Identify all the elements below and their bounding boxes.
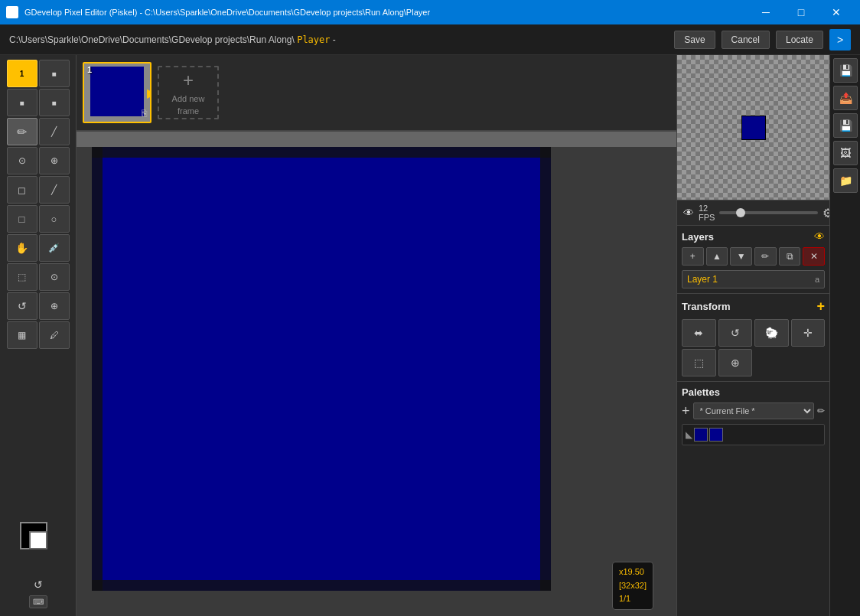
selection-tools-row: ⬚ ⊙ — [7, 263, 70, 291]
add-palette-button[interactable]: + — [682, 403, 690, 419]
minimize-button[interactable]: ─ — [748, 0, 783, 24]
fps-slider[interactable] — [719, 211, 818, 214]
add-frame-button[interactable]: + Add new frame — [158, 66, 219, 119]
save-sprite-button[interactable]: 💾 — [833, 58, 858, 83]
frame-1-thumbnail[interactable]: 1 ⎘ ▶ — [83, 62, 151, 123]
rotate-ccw-button[interactable]: ↺ — [718, 319, 753, 347]
layer-1-item[interactable]: Layer 1 a — [682, 270, 825, 288]
save-button[interactable]: Save — [674, 31, 715, 49]
move-layer-down-button[interactable]: ▼ — [730, 247, 752, 266]
folder-button[interactable]: 📁 — [833, 168, 858, 193]
palettes-title: Palettes — [682, 386, 720, 398]
transform-title: Transform — [682, 301, 731, 312]
line-tool[interactable]: ╱ — [39, 176, 70, 204]
palette-select[interactable]: * Current File * — [693, 403, 814, 419]
select-tools-row: ⊙ ⊕ — [7, 147, 70, 174]
zoom-row: 1 ■ — [7, 60, 70, 87]
fps-label: 12 FPS — [699, 204, 715, 222]
warp-button[interactable]: ⊕ — [718, 349, 753, 376]
more-button[interactable]: > — [829, 29, 851, 51]
crop-button[interactable]: ⬚ — [682, 349, 716, 376]
right-side-buttons: 💾 📤 💾 🖼 📁 — [829, 55, 860, 616]
zoom-2x-button[interactable]: ■ — [39, 60, 70, 87]
titlebar-title: GDevelop Pixel Editor (Piskel) - C:\User… — [24, 8, 430, 17]
frame-number: 1 — [87, 65, 92, 74]
cancel-button[interactable]: Cancel — [722, 31, 770, 49]
preview-sprite — [741, 116, 766, 140]
palette-color-1[interactable] — [694, 428, 708, 442]
copy-frame-icon: ⎘ — [142, 108, 147, 119]
drawing-area[interactable] — [77, 132, 676, 616]
toolbar: C:\Users\Sparkle\OneDrive\Documents\GDev… — [0, 24, 860, 55]
layers-header: Layers 👁 — [682, 230, 825, 243]
frame-indicator: ▶ — [147, 86, 151, 100]
eraser-tools-row: ◻ ╱ — [7, 176, 70, 204]
edit-layer-button[interactable]: ✏ — [754, 247, 777, 266]
rotate-tool[interactable]: ↺ — [7, 292, 37, 320]
dash: - — [331, 34, 336, 45]
svg-rect-7 — [92, 147, 103, 591]
pan-tool[interactable]: ✋ — [7, 234, 37, 262]
background-color[interactable] — [29, 531, 47, 549]
rect-tool[interactable]: □ — [7, 205, 37, 233]
palettes-section: Palettes + * Current File * ✏ ◣ — [677, 382, 829, 616]
maximize-button[interactable]: □ — [783, 0, 819, 24]
flip-h-button[interactable]: ⬌ — [682, 319, 716, 347]
sprite-canvas[interactable] — [92, 147, 551, 591]
magic-wand-tool[interactable]: ⊕ — [39, 147, 70, 174]
color-wrap — [20, 522, 57, 559]
transform-header: Transform + — [682, 298, 825, 315]
add-layer-button[interactable]: + — [682, 247, 704, 266]
fps-bar: 👁 12 FPS ⚙ — [677, 200, 829, 226]
move-button[interactable]: ✛ — [791, 319, 826, 347]
pencil-tool[interactable]: ✏ — [7, 118, 37, 145]
zoom-4x-button[interactable]: ■ — [39, 89, 70, 116]
duplicate-layer-button[interactable]: ⧉ — [779, 247, 801, 266]
eyedropper-tool[interactable]: 💉 — [39, 234, 70, 262]
eyedrop2-tool[interactable]: 🖊 — [39, 321, 70, 349]
swap-colors-button[interactable]: ↺ — [34, 579, 43, 591]
close-button[interactable]: ✕ — [819, 0, 854, 24]
delete-layer-button[interactable]: ✕ — [803, 247, 825, 266]
add-frame-plus-icon: + — [183, 70, 194, 91]
add-transform-button[interactable]: + — [816, 298, 825, 315]
lasso-select-tool[interactable]: ⊙ — [39, 263, 70, 291]
layer-controls: + ▲ ▼ ✏ ⧉ ✕ — [682, 247, 825, 266]
add-frame-label: Add new — [172, 94, 205, 103]
transform-buttons: ⬌ ↺ 🐑 ✛ ⬚ ⊕ — [682, 319, 825, 376]
frames-panel: 1 ⎘ ▶ + Add new frame — [77, 55, 676, 132]
canvas-area: 1 ⎘ ▶ + Add new frame — [77, 55, 676, 616]
pan-tools-row: ✋ 💉 — [7, 234, 70, 262]
transform-section: Transform + ⬌ ↺ 🐑 ✛ ⬚ ⊕ — [677, 294, 829, 382]
export-button[interactable]: 📤 — [833, 86, 858, 110]
layer-1-key: a — [815, 275, 819, 284]
move-layer-up-button[interactable]: ▲ — [706, 247, 728, 266]
layers-eye-button[interactable]: 👁 — [814, 230, 825, 243]
image-button[interactable]: 🖼 — [833, 141, 858, 165]
stroke-tool[interactable]: ╱ — [39, 118, 70, 145]
rect-select-tool[interactable]: ⬚ — [7, 263, 37, 291]
pattern-tool[interactable]: ▦ — [7, 321, 37, 349]
palette-color-2[interactable] — [709, 428, 723, 442]
zoom-3x-button[interactable]: ■ — [7, 89, 37, 116]
eraser-tool[interactable]: ◻ — [7, 176, 37, 204]
save2-button[interactable]: 💾 — [833, 113, 858, 138]
zoom-row2: ■ ■ — [7, 89, 70, 116]
svg-rect-5 — [92, 147, 551, 158]
draw-tools-row: ✏ ╱ — [7, 118, 70, 145]
tools-panel: 1 ■ ■ ■ ✏ ╱ ⊙ ⊕ ◻ ╱ □ ○ ✋ 💉 — [0, 55, 77, 616]
zoom-status: x19.50 — [619, 565, 647, 579]
connect-tool[interactable]: ⊕ — [39, 292, 70, 320]
layer-1-name: Layer 1 — [687, 274, 718, 285]
zoom-1x-button[interactable]: 1 — [7, 60, 37, 87]
keyboard-button[interactable]: ⌨ — [29, 595, 47, 608]
main-layout: 1 ■ ■ ■ ✏ ╱ ⊙ ⊕ ◻ ╱ □ ○ ✋ 💉 — [0, 55, 860, 616]
lasso-tool[interactable]: ⊙ — [7, 147, 37, 174]
ellipse-tool[interactable]: ○ — [39, 205, 70, 233]
edit-palette-button[interactable]: ✏ — [817, 406, 825, 416]
breadcrumb-path: C:\Users\Sparkle\OneDrive\Documents\GDev… — [9, 34, 297, 45]
pattern-tools-row: ▦ 🖊 — [7, 321, 70, 349]
palettes-header: Palettes — [682, 386, 825, 398]
animal-button[interactable]: 🐑 — [754, 319, 789, 347]
locate-button[interactable]: Locate — [776, 31, 823, 49]
